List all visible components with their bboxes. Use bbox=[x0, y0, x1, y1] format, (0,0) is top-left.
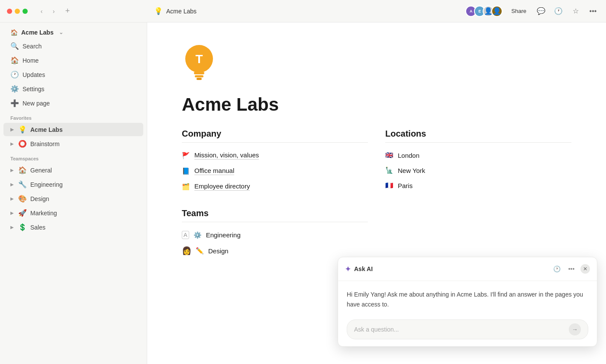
sidebar-item-acme-labs[interactable]: ▶ 💡 Acme Labs bbox=[3, 123, 143, 136]
more-options-icon[interactable]: ••• bbox=[587, 5, 599, 17]
titlebar-left: ‹ › + bbox=[7, 6, 154, 16]
workspace-chevron: ⌄ bbox=[59, 29, 63, 35]
sidebar-label-brainstorm: Brainstorm bbox=[30, 140, 60, 147]
forward-arrow[interactable]: › bbox=[48, 6, 59, 16]
sidebar-label-new-page: New page bbox=[23, 100, 50, 107]
ask-ai-message: Hi Emily Yang! Ask me about anything in … bbox=[347, 290, 588, 309]
sidebar-item-search[interactable]: 🔍 Search bbox=[3, 39, 143, 53]
design-team-avatar: 👩 bbox=[182, 246, 191, 255]
directory-icon: 🗂️ bbox=[182, 183, 190, 191]
sales-chevron: ▶ bbox=[10, 225, 14, 230]
teamspaces-label: Teamspaces bbox=[0, 151, 147, 163]
marketing-emoji: 🚀 bbox=[18, 209, 27, 217]
company-item-mission[interactable]: 🚩 Mission, vision, values bbox=[182, 148, 368, 163]
page-title: Acme Labs bbox=[182, 94, 571, 115]
mission-label: Mission, vision, values bbox=[194, 151, 259, 160]
titlebar-page-icon: 💡 bbox=[154, 7, 163, 15]
sidebar-item-home[interactable]: 🏠 Home bbox=[3, 54, 143, 67]
main-layout: 🏠 Acme Labs ⌄ 🔍 Search 🏠 Home 🕐 Updates … bbox=[0, 22, 606, 364]
office-label: Office manual bbox=[194, 167, 234, 175]
general-chevron: ▶ bbox=[10, 168, 14, 172]
share-button[interactable]: Share bbox=[508, 6, 530, 16]
design-chevron: ▶ bbox=[10, 196, 14, 201]
marketing-chevron: ▶ bbox=[10, 211, 14, 215]
sidebar-label-general: General bbox=[30, 167, 52, 174]
two-col-layout: Company 🚩 Mission, vision, values 📘 Offi… bbox=[182, 129, 571, 259]
sidebar-item-marketing[interactable]: ▶ 🚀 Marketing bbox=[3, 206, 143, 220]
comment-icon[interactable]: 💬 bbox=[535, 5, 547, 17]
location-item-paris[interactable]: 🇫🇷 Paris bbox=[385, 178, 571, 193]
maximize-button[interactable] bbox=[23, 9, 28, 14]
sidebar-item-design[interactable]: ▶ 🎨 Design bbox=[3, 192, 143, 205]
sidebar-item-engineering[interactable]: ▶ 🔧 Engineering bbox=[3, 178, 143, 191]
titlebar-title: Acme Labs bbox=[166, 8, 197, 15]
company-column: Company 🚩 Mission, vision, values 📘 Offi… bbox=[182, 129, 368, 259]
sales-emoji: 💲 bbox=[18, 223, 27, 231]
titlebar-right: A E 👤 👤 Share 💬 🕐 ☆ ••• bbox=[465, 5, 599, 17]
sidebar-label-updates: Updates bbox=[23, 71, 45, 78]
minimize-button[interactable] bbox=[15, 9, 20, 14]
home-icon: 🏠 bbox=[10, 56, 19, 64]
engineering-emoji: 🔧 bbox=[18, 180, 27, 188]
svg-rect-2 bbox=[194, 72, 204, 74]
new-york-label: New York bbox=[398, 167, 425, 174]
team-item-design[interactable]: 👩 ✏️ Design bbox=[182, 243, 368, 259]
ask-ai-input-row: → bbox=[347, 319, 588, 339]
brainstorm-emoji: ⭕ bbox=[18, 140, 27, 148]
location-item-new-york[interactable]: 🗽 New York bbox=[385, 163, 571, 178]
sidebar-item-sales[interactable]: ▶ 💲 Sales bbox=[3, 220, 143, 234]
sidebar-label-search: Search bbox=[23, 43, 42, 50]
sidebar-label-engineering: Engineering bbox=[30, 181, 63, 188]
workspace-name: Acme Labs bbox=[21, 29, 54, 36]
new-york-icon: 🗽 bbox=[385, 166, 393, 174]
design-team-label: Design bbox=[208, 247, 229, 255]
ask-ai-body: Hi Emily Yang! Ask me about anything in … bbox=[338, 281, 597, 346]
directory-label: Employee directory bbox=[194, 182, 250, 191]
history-icon[interactable]: 🕐 bbox=[552, 5, 564, 17]
back-arrow[interactable]: ‹ bbox=[36, 6, 47, 16]
sidebar-label-acme-labs: Acme Labs bbox=[30, 126, 63, 133]
workspace-icon: 🏠 bbox=[10, 29, 18, 36]
sidebar-label-design: Design bbox=[30, 195, 49, 202]
location-item-london[interactable]: 🇬🇧 London bbox=[385, 148, 571, 163]
company-item-office[interactable]: 📘 Office manual bbox=[182, 163, 368, 179]
mission-icon: 🚩 bbox=[182, 152, 190, 160]
company-item-directory[interactable]: 🗂️ Employee directory bbox=[182, 179, 368, 195]
close-button[interactable] bbox=[7, 9, 12, 14]
sidebar-label-settings: Settings bbox=[23, 86, 45, 93]
sidebar-item-updates[interactable]: 🕐 Updates bbox=[3, 68, 143, 81]
sidebar-label-sales: Sales bbox=[30, 224, 45, 231]
london-flag-icon: 🇬🇧 bbox=[385, 151, 393, 159]
sidebar-item-brainstorm[interactable]: ▶ ⭕ Brainstorm bbox=[3, 137, 143, 150]
ask-ai-more-icon[interactable]: ••• bbox=[566, 263, 577, 275]
sidebar: 🏠 Acme Labs ⌄ 🔍 Search 🏠 Home 🕐 Updates … bbox=[0, 22, 147, 364]
new-page-icon: ➕ bbox=[10, 99, 19, 107]
london-label: London bbox=[398, 152, 419, 159]
svg-text:T: T bbox=[195, 52, 203, 66]
ask-ai-close-button[interactable]: ✕ bbox=[580, 264, 590, 274]
search-icon: 🔍 bbox=[10, 42, 19, 50]
ask-ai-sparkle-icon: ✦ bbox=[345, 265, 351, 273]
ask-ai-input[interactable] bbox=[354, 326, 565, 333]
sidebar-item-general[interactable]: ▶ 🏠 General bbox=[3, 163, 143, 177]
workspace-header[interactable]: 🏠 Acme Labs ⌄ bbox=[3, 26, 143, 38]
sidebar-item-new-page[interactable]: ➕ New page bbox=[3, 96, 143, 110]
ask-ai-send-button[interactable]: → bbox=[569, 323, 581, 335]
engineering-chevron: ▶ bbox=[10, 182, 14, 187]
team-item-engineering[interactable]: A ⚙️ Engineering bbox=[182, 227, 368, 243]
acme-labs-chevron: ▶ bbox=[10, 127, 14, 132]
favorites-label: Favorites bbox=[0, 110, 147, 122]
nav-arrows: ‹ › bbox=[36, 6, 59, 16]
svg-rect-4 bbox=[197, 78, 202, 80]
brainstorm-chevron: ▶ bbox=[10, 141, 14, 146]
page-content: T Acme Labs Company 🚩 Mission, vision, v… bbox=[147, 22, 606, 364]
ask-ai-history-icon[interactable]: 🕐 bbox=[551, 263, 562, 275]
favorite-icon[interactable]: ☆ bbox=[570, 5, 582, 17]
updates-icon: 🕐 bbox=[10, 70, 19, 79]
company-title: Company bbox=[182, 129, 368, 143]
sidebar-item-settings[interactable]: ⚙️ Settings bbox=[3, 82, 143, 96]
avatar-group: A E 👤 👤 bbox=[465, 6, 503, 17]
add-page-button[interactable]: + bbox=[62, 6, 73, 16]
titlebar: ‹ › + 💡 Acme Labs A E 👤 👤 Share 💬 🕐 ☆ ••… bbox=[0, 0, 606, 22]
locations-column: Locations 🇬🇧 London 🗽 New York 🇫🇷 Paris bbox=[385, 129, 571, 259]
